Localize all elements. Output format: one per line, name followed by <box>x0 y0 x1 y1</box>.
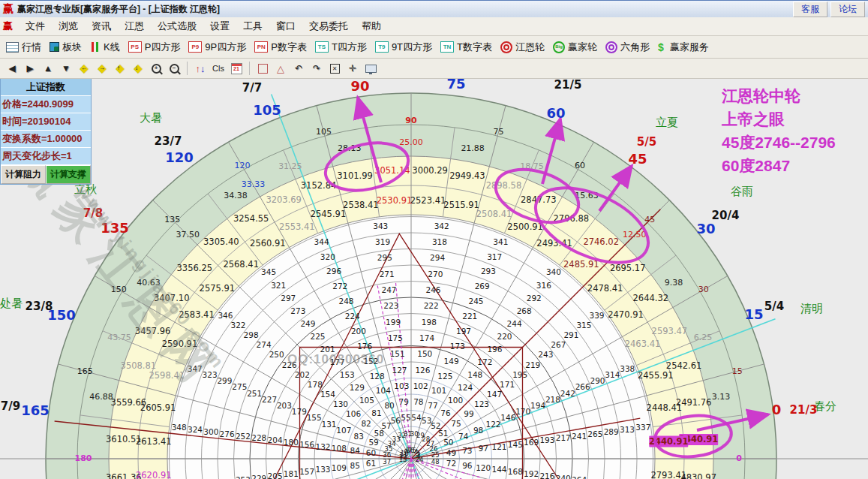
toolbar-button-行情[interactable]: 行情 <box>3 39 47 56</box>
wheel-label: 2593.47 <box>652 326 688 336</box>
toolbar-button-赢家轮[interactable]: Big赢家轮 <box>550 39 602 56</box>
menu-item-9[interactable]: 帮助 <box>355 18 388 35</box>
toolbar-button-T数字表[interactable]: TNT数字表 <box>437 39 497 56</box>
wheel-label: 75 <box>451 419 461 428</box>
wheel-label: 165 <box>77 366 93 376</box>
wheel-label: 2644.32 <box>633 293 669 303</box>
menu-item-5[interactable]: 设置 <box>203 18 236 35</box>
diam-left-icon: ◆← <box>80 62 89 75</box>
menu-item-8[interactable]: 交易委托 <box>302 18 355 35</box>
rim-label: 春分 <box>814 399 836 413</box>
toolbar-button-赢家服务[interactable]: $赢家服务 <box>655 39 714 56</box>
wheel-label: 266 <box>575 382 590 391</box>
wheel-label: 267 <box>551 340 566 349</box>
wheel-label: 2538.41 <box>343 200 379 210</box>
tri-right-icon: ▶ <box>26 63 33 74</box>
wheel-label: 109 <box>332 463 347 472</box>
toolbar-button-六角形[interactable]: 六角形 <box>602 39 655 56</box>
center-tool-button[interactable]: ✛ <box>344 60 362 77</box>
rim-label: 23/7 <box>155 134 182 148</box>
calc-support-button[interactable]: 计算支撑 <box>46 165 91 184</box>
diam-up-button[interactable]: ◆↑ <box>111 60 129 77</box>
menu-item-6[interactable]: 工具 <box>236 18 269 35</box>
wheel-label: 3203.69 <box>266 194 302 205</box>
wheel-label: 244 <box>507 319 522 328</box>
rim-label: 清明 <box>800 302 823 315</box>
wheel-label: 168 <box>508 467 523 476</box>
rim-label: 21/3 <box>790 403 818 417</box>
rim-label: 7/9 <box>1 399 20 413</box>
wheel-label: 343 <box>373 221 388 230</box>
wheel-label: 52 <box>431 421 440 430</box>
menu-item-2[interactable]: 资讯 <box>85 18 118 35</box>
diam-down-button[interactable]: ◆↓ <box>129 60 147 77</box>
forum-button[interactable]: 论坛 <box>830 2 865 17</box>
wheel-label: 144 <box>491 465 506 474</box>
box-x-button[interactable]: ✕ <box>326 60 344 77</box>
menu-item-3[interactable]: 江恩 <box>118 18 151 35</box>
wheel-label: 173 <box>450 342 465 351</box>
diam-up-icon: ◆↑ <box>116 62 125 75</box>
wheel-label: 2515.91 <box>443 200 479 210</box>
menu-item-4[interactable]: 公式选股 <box>151 18 203 35</box>
wheel-label: 2620.91 <box>136 470 172 479</box>
wheel-label: 250 <box>269 350 284 359</box>
rim-label: 90 <box>350 78 369 94</box>
wheel-label: 37.50 <box>176 230 200 240</box>
menu-item-1[interactable]: 浏览 <box>52 18 85 35</box>
toolbar-button-9T四方形[interactable]: T99T四方形 <box>372 39 437 56</box>
customer-service-button[interactable]: 客服 <box>793 2 827 17</box>
tri-up-button[interactable]: ▲ <box>39 60 57 77</box>
wheel-label: 2613.41 <box>136 436 172 447</box>
toolbar-button-P数字表[interactable]: PNP数字表 <box>251 39 312 56</box>
wheel-label: 198 <box>422 318 437 327</box>
toolbar-button-P四方形[interactable]: PSP四方形 <box>125 39 186 56</box>
rim-label: 立夏 <box>656 116 678 129</box>
wheel-label: 106 <box>346 409 361 418</box>
display-button[interactable] <box>362 60 380 77</box>
wheel-label: 102 <box>413 381 428 390</box>
wheel-label: 157 <box>299 467 314 476</box>
toolbar-button-江恩轮[interactable]: 江恩轮 <box>497 39 550 56</box>
diam-down-icon: ◆↓ <box>134 62 143 75</box>
wheel-label: 84 <box>350 446 360 455</box>
wheel-label: 131 <box>321 420 336 429</box>
wheel-label: 31.25 <box>278 161 302 171</box>
rim-label: 0 <box>772 402 782 417</box>
wheel-label: 248 <box>338 297 353 306</box>
rim-label: 20/4 <box>712 209 740 222</box>
info-rows: 价格=2440.9099时间=20190104变换系数=1.00000周天变化步… <box>1 96 91 165</box>
menu-item-0[interactable]: 文件 <box>19 18 52 35</box>
toolbar-button-T四方形[interactable]: TST四方形 <box>312 39 372 56</box>
wheel-label: 2793.41 <box>650 470 686 479</box>
rect-tool-button[interactable] <box>254 60 272 77</box>
wheel-label: 99 <box>464 409 473 418</box>
wheel-label: 194 <box>530 401 545 410</box>
wheel-label: 342 <box>434 221 449 230</box>
wheel-label: 274 <box>257 340 272 349</box>
zoom-out-button[interactable]: − <box>165 60 183 77</box>
tri-down-button[interactable]: ▼ <box>57 60 75 77</box>
wheel-label: 59 <box>368 438 378 447</box>
tri-left-button[interactable]: ◀ <box>3 60 21 77</box>
wheel-label: 174 <box>419 333 434 342</box>
diam-left-button[interactable]: ◆← <box>75 60 93 77</box>
toolbar-button-9P四方形[interactable]: P99P四方形 <box>185 39 251 56</box>
zoom-in-button[interactable]: + <box>147 60 165 77</box>
calc-resistance-button[interactable]: 计算阻力 <box>1 165 46 184</box>
wheel-label: 176 <box>357 342 372 351</box>
menu-item-7[interactable]: 窗口 <box>269 18 302 35</box>
updown-button[interactable]: ↑↓ <box>191 60 209 77</box>
calendar-button[interactable]: 21 <box>227 60 245 77</box>
wheel-label: 171 <box>500 380 515 389</box>
cls-button[interactable]: Cls <box>209 60 227 77</box>
wheel-label: 319 <box>375 237 390 246</box>
toolbar-button-K线[interactable]: K线 <box>87 39 125 56</box>
toolbar-button-板块[interactable]: 板块 <box>47 39 87 56</box>
rotate-cw-button[interactable]: ↷ <box>308 60 326 77</box>
rotate-ccw-button[interactable]: ↶ <box>290 60 308 77</box>
wheel-label: 83 <box>354 432 364 441</box>
tri-tool-button[interactable]: △ <box>272 60 290 77</box>
diam-right-button[interactable]: ◆→ <box>93 60 111 77</box>
tri-right-button[interactable]: ▶ <box>21 60 39 77</box>
